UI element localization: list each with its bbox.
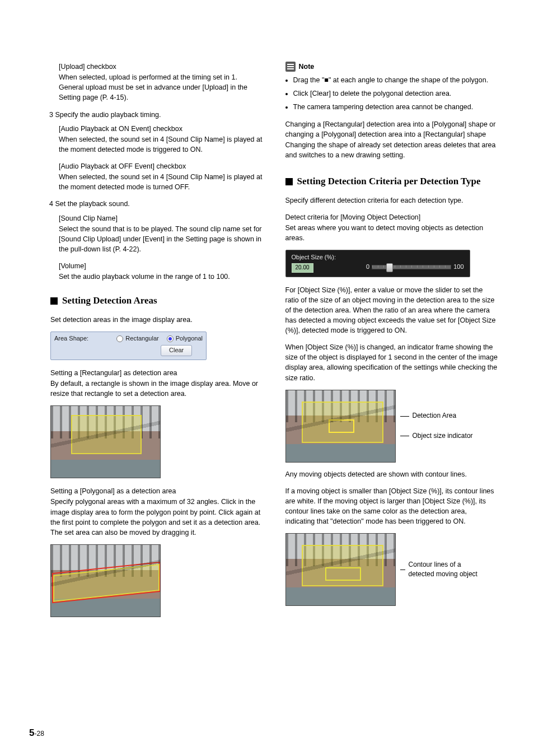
object-size-explanation-2: When [Object Size (%)] is changed, an in… — [285, 342, 498, 383]
moving-object-detection-text: Set areas where you want to detect movin… — [285, 223, 498, 243]
sound-clip-name-label: [Sound Clip Name] — [59, 213, 263, 223]
moving-object-detection-heading: Detect criteria for [Moving Object Detec… — [285, 212, 498, 222]
figure-detection-area-indicator: Detection Area Object size indicator — [285, 390, 498, 463]
volume-text: Set the audio playback volume in the ran… — [59, 272, 263, 282]
audio-on-event-text: When selected, the sound set in 4 [Sound… — [59, 134, 263, 155]
figure-polygonal-detection-area — [50, 544, 161, 617]
object-size-input[interactable]: 20.00 — [292, 263, 313, 273]
object-size-explanation-1: For [Object Size (%)], enter a value or … — [285, 285, 498, 336]
note-list: Drag the "■" at each angle to change the… — [285, 75, 498, 112]
square-bullet-icon — [285, 178, 293, 185]
callout-object-size-indicator: Object size indicator — [400, 431, 473, 441]
note-item-2: Click [Clear] to delete the polygonal de… — [293, 88, 498, 99]
upload-checkbox-text: When selected, upload is performed at th… — [59, 72, 263, 102]
heading-setting-detection-areas: Setting Detection Areas — [50, 294, 263, 308]
rectangular-area-text: By default, a rectangle is shown in the … — [50, 379, 263, 399]
rectangular-area-heading: Setting a [Rectangular] as detection are… — [50, 368, 263, 378]
audio-off-event-text: When selected, the sound set in 4 [Sound… — [59, 172, 263, 192]
callout-contour-lines: Contour lines of a detected moving objec… — [400, 560, 479, 580]
camera-still — [285, 533, 396, 606]
radio-polygonal[interactable]: Polygonal — [167, 334, 203, 343]
figure-rectangular-detection-area — [50, 405, 161, 478]
criteria-intro: Specify different detection criteria for… — [285, 195, 498, 206]
step-3-label: 3 Specify the audio playback timing. — [49, 110, 263, 120]
polygonal-area-text: Specify polygonal areas with a maximum o… — [50, 497, 263, 538]
upload-checkbox-label: [Upload] checkbox — [59, 62, 263, 72]
page-suffix: -28 — [34, 730, 44, 738]
left-column: [Upload] checkbox When selected, upload … — [50, 62, 263, 617]
changing-shape-text: Changing the shape of already set detect… — [285, 140, 498, 160]
radio-icon — [167, 335, 174, 342]
object-size-panel: Object Size (%): 20.00 0 100 — [285, 250, 470, 277]
note-item-1: Drag the "■" at each angle to change the… — [293, 75, 498, 85]
clear-button[interactable]: Clear — [161, 345, 192, 356]
radio-rectangular-label: Rectangular — [125, 334, 158, 343]
audio-off-event-label: [Audio Playback at OFF Event] checkbox — [59, 161, 263, 171]
right-column: Note Drag the "■" at each angle to chang… — [285, 62, 498, 617]
radio-polygonal-label: Polygonal — [176, 334, 203, 343]
slider-thumb-icon[interactable] — [386, 263, 393, 272]
detection-areas-intro: Set detection areas in the image display… — [50, 315, 263, 325]
volume-label: [Volume] — [59, 261, 263, 271]
sound-clip-name-text: Select the sound that is to be played. T… — [59, 224, 263, 254]
polygonal-area-heading: Setting a [Polygonal] as a detection are… — [50, 486, 263, 496]
figure-contour-lines: Contour lines of a detected moving objec… — [285, 533, 498, 606]
area-shape-panel: Area Shape: Rectangular Polygonal Clear — [50, 332, 207, 360]
object-size-slider[interactable] — [372, 265, 451, 269]
slider-min-label: 0 — [366, 263, 369, 272]
heading-text: Setting Detection Criteria per Detection… — [297, 175, 481, 189]
audio-on-event-label: [Audio Playback at ON Event] checkbox — [59, 124, 263, 134]
object-size-label: Object Size (%): — [292, 253, 464, 262]
step-4-label: 4 Set the playback sound. — [49, 199, 263, 209]
slider-max-label: 100 — [453, 263, 463, 272]
contour-para-1: Any moving objects detected are shown wi… — [285, 469, 498, 479]
note-icon — [285, 62, 296, 72]
page-number: 5-28 — [29, 726, 44, 740]
square-bullet-icon — [50, 297, 58, 305]
contour-para-2: If a moving object is smaller than [Obje… — [285, 486, 498, 527]
camera-still — [285, 390, 396, 463]
note-item-3: The camera tampering detection area cann… — [293, 102, 498, 112]
heading-text: Setting Detection Areas — [62, 294, 157, 308]
note-label: Note — [299, 62, 315, 72]
heading-setting-detection-criteria: Setting Detection Criteria per Detection… — [285, 175, 498, 189]
note-heading: Note — [285, 62, 498, 72]
radio-icon — [116, 335, 123, 342]
radio-rectangular[interactable]: Rectangular — [116, 334, 158, 343]
changing-shape-heading: Changing a [Rectangular] detection area … — [285, 119, 498, 139]
area-shape-label: Area Shape: — [54, 334, 88, 343]
callout-detection-area: Detection Area — [400, 411, 473, 421]
